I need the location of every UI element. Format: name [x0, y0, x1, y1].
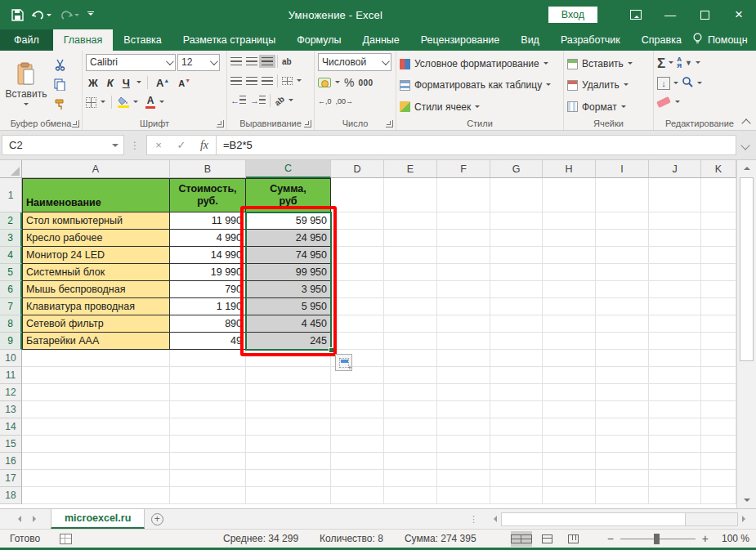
vertical-scrollbar[interactable] — [736, 160, 756, 508]
increase-decimal-icon[interactable]: ←,0 — [318, 97, 332, 105]
tab-разработчик[interactable]: Разработчик — [550, 29, 631, 51]
cell-C14[interactable] — [246, 418, 331, 436]
normal-view-button[interactable] — [511, 531, 532, 547]
cell-E9[interactable] — [384, 333, 437, 350]
thousands-format-icon[interactable]: 000 — [358, 78, 373, 87]
cell-H3[interactable] — [543, 230, 596, 247]
font-color-button[interactable]: A — [145, 96, 155, 109]
close-button[interactable]: × — [722, 0, 756, 29]
cell-G2[interactable] — [490, 212, 543, 230]
cell-K1[interactable] — [701, 178, 736, 212]
zoom-slider-thumb[interactable] — [654, 534, 660, 544]
cell-H10[interactable] — [543, 350, 596, 367]
tab-file[interactable]: Файл — [0, 29, 53, 51]
find-select-icon[interactable] — [682, 76, 694, 91]
currency-format-icon[interactable] — [318, 78, 331, 87]
cell-D1[interactable] — [331, 178, 384, 212]
column-header-J[interactable]: J — [649, 160, 701, 178]
cell-K17[interactable] — [701, 470, 736, 487]
scroll-left-icon[interactable] — [486, 512, 501, 526]
cell-J15[interactable] — [649, 436, 701, 453]
cell-I11[interactable] — [596, 367, 649, 384]
tab-разметка-страницы[interactable]: Разметка страницы — [172, 29, 286, 51]
cell-D6[interactable] — [331, 281, 384, 298]
cell-J7[interactable] — [649, 298, 701, 315]
underline-dropdown-icon[interactable] — [136, 81, 141, 86]
cell-A2[interactable]: Стол компьютерный — [22, 212, 170, 230]
tab-справка[interactable]: Справка — [631, 29, 692, 51]
cell-D5[interactable] — [331, 264, 384, 281]
row-header-7[interactable]: 7 — [0, 298, 22, 315]
cell-F15[interactable] — [437, 436, 490, 453]
cell-G6[interactable] — [490, 281, 543, 298]
fill-dropdown-icon[interactable] — [673, 82, 678, 87]
horizontal-scrollbar[interactable] — [486, 509, 756, 529]
cell-A16[interactable] — [22, 453, 170, 470]
row-header-14[interactable]: 14 — [0, 418, 22, 436]
cell-G9[interactable] — [490, 333, 543, 350]
zoom-in-button[interactable]: + — [702, 532, 709, 545]
cell-E1[interactable] — [384, 178, 437, 212]
orientation-dropdown-icon[interactable] — [289, 99, 293, 104]
row-header-9[interactable]: 9 — [0, 333, 22, 350]
cell-A13[interactable] — [22, 401, 170, 418]
cell-B4[interactable]: 14 990 — [170, 247, 246, 264]
cell-C3[interactable]: 24 950 — [246, 230, 331, 247]
cell-G12[interactable] — [490, 384, 543, 401]
cell-H2[interactable] — [543, 212, 596, 230]
column-header-K[interactable]: K — [701, 160, 736, 178]
cell-E12[interactable] — [384, 384, 437, 401]
cell-A15[interactable] — [22, 436, 170, 453]
select-all-corner[interactable] — [0, 160, 22, 178]
cell-G5[interactable] — [490, 264, 543, 281]
cell-F6[interactable] — [437, 281, 490, 298]
row-header-12[interactable]: 12 — [0, 384, 22, 401]
zoom-out-button[interactable]: − — [607, 532, 614, 545]
cell-F7[interactable] — [437, 298, 490, 315]
cell-J4[interactable] — [649, 247, 701, 264]
cell-C15[interactable] — [246, 436, 331, 453]
font-color-dropdown-icon[interactable] — [159, 101, 164, 105]
font-dialog-launcher[interactable] — [217, 120, 224, 127]
row-header-16[interactable]: 16 — [0, 453, 22, 470]
cell-I17[interactable] — [596, 470, 649, 487]
cell-K5[interactable] — [701, 264, 736, 281]
cell-J3[interactable] — [649, 230, 701, 247]
redo-button[interactable] — [60, 10, 79, 20]
cell-D9[interactable] — [331, 333, 384, 350]
cell-F2[interactable] — [437, 212, 490, 230]
cell-K6[interactable] — [701, 281, 736, 298]
cell-G7[interactable] — [490, 298, 543, 315]
tab-данные[interactable]: Данные — [352, 29, 410, 51]
cell-J2[interactable] — [649, 212, 701, 230]
cell-H4[interactable] — [543, 247, 596, 264]
cell-I1[interactable] — [596, 178, 649, 212]
cell-D8[interactable] — [331, 315, 384, 333]
decrease-font-button[interactable]: A▼ — [176, 78, 193, 88]
column-header-F[interactable]: F — [437, 160, 490, 178]
cell-G18[interactable] — [490, 487, 543, 504]
cell-H1[interactable] — [543, 178, 596, 212]
cell-A18[interactable] — [22, 487, 170, 504]
orientation-icon[interactable]: ab — [273, 94, 286, 107]
cell-C6[interactable]: 3 950 — [246, 281, 331, 298]
cell-H12[interactable] — [543, 384, 596, 401]
cell-E6[interactable] — [384, 281, 437, 298]
cell-E17[interactable] — [384, 470, 437, 487]
number-format-select[interactable]: Числовой — [318, 53, 391, 71]
cell-H13[interactable] — [543, 401, 596, 418]
row-header-17[interactable]: 17 — [0, 470, 22, 487]
cell-C7[interactable]: 5 950 — [246, 298, 331, 315]
cell-J16[interactable] — [649, 453, 701, 470]
cell-B12[interactable] — [170, 384, 246, 401]
cell-J9[interactable] — [649, 333, 701, 350]
cell-B3[interactable]: 4 990 — [170, 230, 246, 247]
login-button[interactable]: Вход — [548, 7, 597, 23]
cell-H9[interactable] — [543, 333, 596, 350]
cell-I4[interactable] — [596, 247, 649, 264]
cell-B10[interactable] — [170, 350, 246, 367]
autosum-icon[interactable]: Σ — [657, 56, 665, 70]
cell-K4[interactable] — [701, 247, 736, 264]
currency-dropdown-icon[interactable] — [335, 81, 340, 86]
cell-I12[interactable] — [596, 384, 649, 401]
